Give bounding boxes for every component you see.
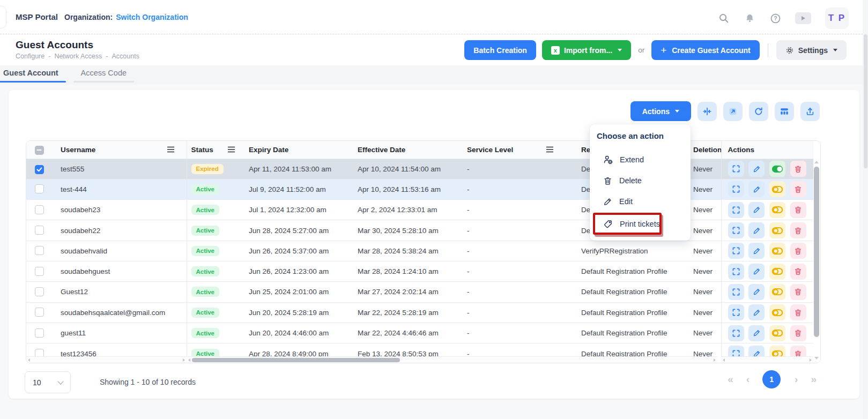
row-fullscreen-button[interactable] — [728, 222, 744, 238]
table-row[interactable]: test-444 Active Jul 9, 2024 11:52:00 am … — [26, 179, 813, 199]
page-size-select[interactable]: 10 — [25, 371, 71, 393]
row-delete-button[interactable] — [790, 202, 806, 218]
row-toggle-button[interactable] — [769, 181, 785, 197]
columns-icon[interactable] — [775, 102, 794, 121]
vertical-scrollbar[interactable] — [813, 159, 820, 361]
row-toggle-button[interactable] — [769, 284, 785, 300]
fullscreen-icon — [732, 206, 740, 214]
row-edit-button[interactable] — [748, 202, 765, 218]
row-delete-button[interactable] — [790, 222, 806, 238]
row-delete-button[interactable] — [790, 264, 806, 280]
menu-item-print-tickets[interactable]: Print tickets — [595, 214, 685, 234]
row-checkbox[interactable] — [35, 308, 44, 317]
table-row[interactable]: soudabehguest Active Jun 26, 2024 1:23:0… — [26, 261, 813, 281]
row-toggle-button[interactable] — [769, 264, 785, 280]
table-row[interactable]: soudabehvalid Active Jun 26, 2024 5:37:0… — [26, 241, 813, 261]
row-toggle-button[interactable] — [769, 222, 785, 238]
scroll-down-arrow-icon[interactable] — [814, 357, 819, 360]
batch-creation-button[interactable]: Batch Creation — [464, 40, 536, 60]
row-toggle-button[interactable] — [769, 304, 785, 320]
create-guest-account-button[interactable]: + Create Guest Account — [651, 40, 760, 60]
row-edit-button[interactable] — [748, 161, 765, 177]
row-delete-button[interactable] — [790, 284, 806, 300]
tab-access-code[interactable]: Access Code — [73, 65, 134, 85]
next-page-button[interactable]: › — [795, 373, 797, 385]
menu-item-delete[interactable]: Delete — [595, 170, 685, 191]
tab-guest-account[interactable]: Guest Account — [0, 65, 66, 85]
row-edit-button[interactable] — [748, 222, 765, 238]
browser-scrollbar-thumb[interactable] — [864, 34, 867, 168]
horizontal-scrollbar-main[interactable] — [187, 356, 717, 363]
column-menu-icon[interactable] — [546, 146, 554, 153]
avatar[interactable]: T P — [825, 8, 849, 29]
row-edit-button[interactable] — [748, 325, 765, 341]
table-row[interactable]: test555 Expired Apr 11, 2024 11:53:00 am… — [26, 159, 813, 179]
open-external-icon[interactable] — [723, 102, 743, 121]
notifications-bell-icon[interactable] — [744, 12, 755, 24]
scroll-up-arrow-icon[interactable] — [814, 161, 819, 163]
row-fullscreen-button[interactable] — [728, 325, 744, 341]
table-row[interactable]: guest11 Active Jun 20, 2024 4:46:00 am M… — [26, 323, 813, 343]
row-fullscreen-button[interactable] — [728, 304, 744, 320]
horizontal-scrollbar-left[interactable] — [26, 356, 187, 363]
prev-page-button[interactable]: ‹ — [746, 373, 748, 385]
vertical-scrollbar-thumb[interactable] — [814, 167, 819, 337]
row-fullscreen-button[interactable] — [728, 243, 744, 259]
table-row[interactable]: soudabehsqaalcatel@gmail.com Active Jun … — [26, 302, 813, 323]
row-delete-button[interactable] — [790, 161, 806, 177]
current-page-button[interactable]: 1 — [762, 370, 781, 388]
row-checkbox[interactable] — [35, 184, 44, 193]
row-toggle-button[interactable] — [769, 161, 785, 177]
refresh-icon[interactable] — [749, 102, 768, 121]
first-page-button[interactable]: « — [728, 373, 732, 385]
row-delete-button[interactable] — [790, 325, 806, 341]
collapse-columns-icon[interactable] — [698, 102, 717, 121]
row-checkbox[interactable] — [35, 226, 44, 235]
settings-button[interactable]: Settings — [776, 40, 847, 60]
row-checkbox[interactable] — [35, 287, 44, 296]
help-icon[interactable]: ? — [769, 12, 781, 24]
row-edit-button[interactable] — [748, 264, 765, 280]
row-fullscreen-button[interactable] — [728, 284, 744, 300]
cell-registration-profile: VerifyPRRegistration — [577, 241, 691, 261]
column-menu-icon[interactable] — [227, 146, 235, 153]
horizontal-scrollbar-right[interactable] — [721, 356, 813, 363]
cell-effective-date: Mar 28, 2024 1:24:10 am — [353, 261, 463, 281]
row-delete-button[interactable] — [790, 304, 806, 320]
table-row[interactable]: soudabeh23 Active Jul 1, 2024 12:32:00 a… — [26, 200, 813, 220]
last-page-button[interactable]: » — [811, 373, 815, 385]
table-row[interactable]: Guest12 Active Jun 25, 2024 2:01:00 am M… — [26, 282, 813, 302]
row-edit-button[interactable] — [748, 243, 765, 259]
row-edit-button[interactable] — [748, 181, 765, 197]
switch-organization-link[interactable]: Switch Organization — [116, 13, 188, 21]
row-checkbox[interactable] — [35, 328, 44, 338]
menu-item-edit[interactable]: Edit — [595, 191, 685, 212]
row-checkbox[interactable] — [35, 246, 44, 255]
search-icon[interactable] — [718, 12, 730, 24]
import-from-button[interactable]: x Import from... — [542, 40, 631, 60]
row-fullscreen-button[interactable] — [728, 161, 744, 177]
row-fullscreen-button[interactable] — [728, 202, 744, 218]
row-edit-button[interactable] — [748, 304, 765, 320]
browser-scrollbar[interactable] — [863, 0, 868, 419]
actions-dropdown-button[interactable]: Actions — [630, 101, 691, 121]
row-checkbox[interactable] — [35, 267, 44, 276]
row-toggle-button[interactable] — [769, 325, 785, 341]
row-checkbox[interactable] — [35, 165, 44, 174]
menu-item-extend[interactable]: Extend — [595, 149, 685, 170]
export-icon[interactable] — [800, 102, 820, 121]
row-edit-button[interactable] — [748, 284, 765, 300]
column-menu-icon[interactable] — [167, 146, 175, 153]
row-checkbox[interactable] — [35, 205, 44, 214]
video-tutorial-icon[interactable] — [795, 12, 811, 24]
cell-deletion: Never — [691, 179, 721, 199]
horizontal-scrollbar-thumb[interactable] — [192, 358, 400, 362]
row-toggle-button[interactable] — [769, 243, 785, 259]
select-all-checkbox[interactable] — [35, 146, 44, 155]
row-fullscreen-button[interactable] — [728, 181, 744, 197]
table-row[interactable]: soudabeh22 Active Jun 28, 2024 5:27:00 a… — [26, 220, 813, 241]
row-fullscreen-button[interactable] — [728, 264, 744, 280]
row-toggle-button[interactable] — [769, 202, 785, 218]
row-delete-button[interactable] — [790, 243, 806, 259]
row-delete-button[interactable] — [790, 181, 806, 197]
